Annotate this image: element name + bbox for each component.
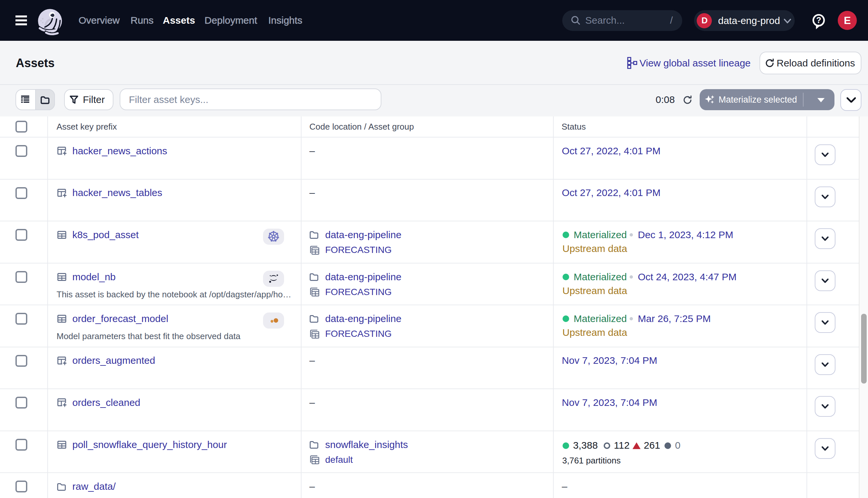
svg-text:?: ? [816, 15, 821, 25]
